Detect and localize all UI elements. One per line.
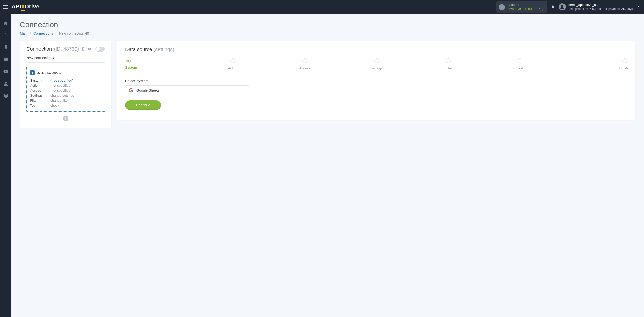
ds-row-value: change filter bbox=[50, 99, 101, 102]
connection-card-title: Connection bbox=[26, 46, 52, 52]
breadcrumb-main[interactable]: Main bbox=[20, 31, 27, 35]
ds-row-value: change settings bbox=[50, 94, 101, 97]
step-label: Access bbox=[269, 66, 341, 70]
connection-name: New connection 40 bbox=[26, 56, 105, 63]
step-finish[interactable]: Finish bbox=[556, 58, 628, 70]
step-dot bbox=[446, 58, 451, 63]
step-filter[interactable]: Filter bbox=[412, 58, 484, 70]
nav-home[interactable] bbox=[3, 20, 9, 26]
main-content: Connection Main / Connections / New conn… bbox=[11, 14, 644, 317]
select-system-label: Select system bbox=[125, 79, 628, 83]
step-dot bbox=[518, 58, 522, 63]
ds-row-label: Filter bbox=[30, 99, 50, 102]
nav-connections[interactable] bbox=[3, 32, 9, 38]
step-dot bbox=[622, 58, 627, 63]
actions-total: 100'000 bbox=[522, 7, 534, 11]
select-system-dropdown[interactable]: Google Sheets bbox=[125, 85, 249, 95]
connection-toggle[interactable] bbox=[95, 47, 105, 52]
settings-title: Data source bbox=[125, 47, 152, 52]
ds-row-value: check bbox=[50, 104, 101, 107]
step-test[interactable]: Test bbox=[484, 58, 556, 70]
step-label: System bbox=[125, 66, 197, 69]
topbar: APIXDrive i Actions: 22'059 of 100'000 (… bbox=[0, 0, 644, 14]
settings-subtitle: (settings) bbox=[153, 47, 174, 52]
actions-label: Actions: bbox=[507, 3, 543, 7]
page-title: Connection bbox=[20, 20, 635, 29]
logo[interactable]: APIXDrive bbox=[12, 3, 39, 11]
step-label: Settings bbox=[341, 66, 413, 70]
info-icon: i bbox=[499, 4, 505, 10]
breadcrumb-connections[interactable]: Connections bbox=[33, 31, 53, 35]
step-system[interactable]: System bbox=[125, 58, 197, 69]
step-access[interactable]: Access bbox=[269, 58, 341, 70]
step-dot bbox=[126, 59, 131, 63]
step-label: Finish bbox=[556, 66, 628, 70]
data-source-box: 1 DATA SOURCE System(not specified)Actio… bbox=[26, 67, 105, 112]
step-label: Test bbox=[484, 66, 556, 70]
ds-row-value: (not specified) bbox=[50, 84, 101, 87]
ds-row-label[interactable]: System bbox=[30, 78, 50, 82]
avatar-icon bbox=[559, 3, 566, 10]
menu-toggle-button[interactable] bbox=[2, 4, 9, 11]
step-label: Action bbox=[197, 66, 269, 70]
user-name: demo_apix-drive_s3 bbox=[568, 3, 633, 7]
chevron-down-icon bbox=[243, 88, 246, 93]
ds-row-value[interactable]: (not specified) bbox=[50, 78, 101, 82]
notifications-icon[interactable] bbox=[551, 5, 555, 9]
step-action[interactable]: Action bbox=[197, 58, 269, 70]
step-dot bbox=[302, 58, 307, 63]
continue-button[interactable]: Continue bbox=[125, 100, 161, 110]
actions-of: of bbox=[518, 7, 521, 11]
ds-row-label: Access bbox=[30, 89, 50, 92]
settings-card: Data source (settings) SystemActionAcces… bbox=[117, 41, 635, 120]
ds-row-label: Test bbox=[30, 104, 50, 107]
actions-used: 22'059 bbox=[507, 7, 517, 11]
step-dot bbox=[374, 58, 379, 63]
breadcrumb: Main / Connections / New connection 40 bbox=[20, 31, 635, 35]
connection-card: Connection (ID: 48730) New connection 40… bbox=[20, 41, 111, 128]
user-plan: Plan |Premium PRO| left until payment 26… bbox=[568, 7, 633, 11]
ds-row-label: Action bbox=[30, 84, 50, 87]
connection-id: (ID: 48730) bbox=[54, 46, 79, 52]
step-label: Filter bbox=[412, 66, 484, 70]
nav-help[interactable] bbox=[3, 92, 9, 99]
data-source-step-num: 1 bbox=[30, 70, 35, 75]
select-system-value: Google Sheets bbox=[136, 88, 160, 92]
ds-row-label: Settings bbox=[30, 94, 50, 97]
chevron-down-icon bbox=[637, 5, 640, 9]
data-source-title: DATA SOURCE bbox=[37, 71, 61, 75]
actions-percent: (22%) bbox=[534, 7, 543, 11]
nav-account[interactable] bbox=[3, 80, 9, 87]
nav-tools[interactable] bbox=[3, 56, 9, 63]
stepper: SystemActionAccessSettingsFilterTestFini… bbox=[125, 58, 628, 70]
add-destination-button[interactable]: + bbox=[63, 116, 68, 121]
notes-icon[interactable] bbox=[81, 47, 85, 51]
gear-icon[interactable] bbox=[87, 47, 91, 51]
nav-billing[interactable] bbox=[3, 44, 9, 51]
actions-counter[interactable]: i Actions: 22'059 of 100'000 (22%) bbox=[496, 1, 547, 13]
nav-video[interactable] bbox=[3, 68, 9, 75]
step-settings[interactable]: Settings bbox=[341, 58, 413, 70]
step-dot bbox=[230, 58, 235, 63]
google-icon bbox=[129, 88, 133, 93]
breadcrumb-current: New connection 40 bbox=[59, 31, 89, 35]
sidebar bbox=[0, 14, 11, 317]
ds-row-value: (not specified) bbox=[50, 89, 101, 92]
user-menu[interactable]: demo_apix-drive_s3 Plan |Premium PRO| le… bbox=[559, 3, 640, 11]
